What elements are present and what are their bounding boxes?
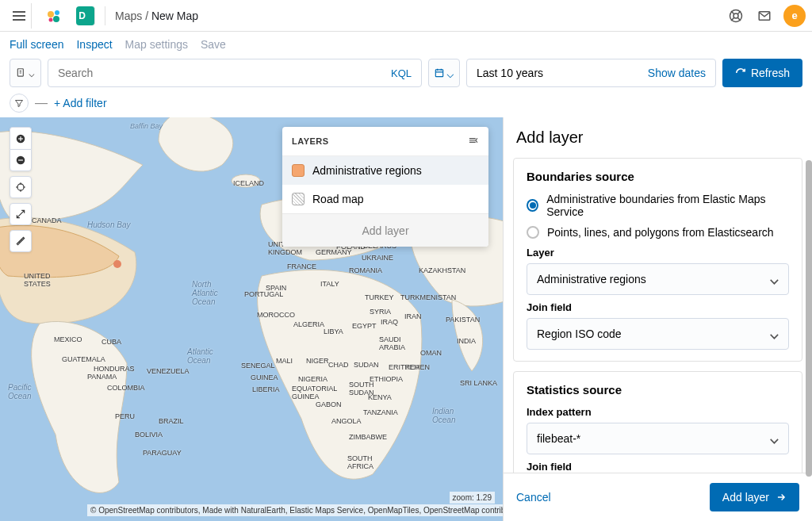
filter-options-button[interactable] bbox=[10, 94, 29, 113]
nav-menu-button[interactable] bbox=[6, 3, 32, 29]
fit-bounds-button[interactable] bbox=[10, 176, 32, 198]
layer-item-label: Administrative regions bbox=[312, 164, 422, 177]
map-label: KAZAKHSTAN bbox=[419, 266, 465, 274]
chevron-down-icon: ⌵ bbox=[770, 270, 779, 288]
layer-item-road-map[interactable]: Road map bbox=[282, 185, 488, 213]
radio-ems-boundaries[interactable]: Administrative boundaries from Elastic M… bbox=[527, 193, 789, 218]
map-label: Baffin Bay bbox=[130, 122, 163, 130]
mail-icon[interactable] bbox=[752, 3, 777, 29]
map-label: IndianOcean bbox=[432, 407, 455, 424]
map-label: CHAD bbox=[328, 361, 349, 369]
map-label: SUDAN bbox=[354, 361, 379, 369]
radio-es-boundaries[interactable]: Points, lines, and polygons from Elastic… bbox=[527, 226, 789, 239]
layer-swatch-icon bbox=[292, 164, 304, 177]
kql-toggle[interactable]: KQL bbox=[391, 67, 412, 79]
expand-icon bbox=[15, 209, 26, 220]
stats-join-field-label: Join field bbox=[527, 461, 789, 473]
layers-collapse-icon[interactable] bbox=[468, 135, 479, 147]
space-badge[interactable]: D bbox=[76, 6, 95, 25]
help-icon[interactable] bbox=[723, 3, 749, 29]
date-range-label: Last 10 years bbox=[477, 67, 543, 79]
map-label: TURKMENISTAN bbox=[400, 293, 456, 301]
map-label: ETHIOPIA bbox=[370, 375, 403, 383]
map-label: INDIA bbox=[457, 337, 476, 345]
app-sub-bar: Full screen Inspect Map settings Save bbox=[0, 32, 812, 57]
top-header: D Maps / New Map e bbox=[0, 0, 812, 32]
filter-icon bbox=[14, 98, 24, 108]
map-label: COLOMBIA bbox=[107, 384, 145, 392]
map-label: ZIMBABWE bbox=[349, 433, 387, 441]
layer-select[interactable]: Administrative regions ⌵ bbox=[527, 263, 789, 295]
map-label: CANADA bbox=[32, 216, 62, 224]
date-range-picker[interactable]: Last 10 years Show dates bbox=[466, 59, 716, 87]
zoom-in-button[interactable] bbox=[10, 127, 32, 149]
map-label: MALI bbox=[276, 357, 293, 365]
map-label: CUBA bbox=[102, 338, 121, 346]
map-label: TURKEY bbox=[365, 293, 394, 301]
map-label: NIGERIA bbox=[298, 375, 327, 383]
avatar[interactable]: e bbox=[783, 5, 806, 27]
layer-field-label: Layer bbox=[527, 247, 789, 259]
breadcrumb-current: New Map bbox=[151, 10, 198, 22]
refresh-button[interactable]: Refresh bbox=[722, 59, 802, 87]
map-label: GUATEMALA bbox=[62, 355, 105, 363]
svg-point-17 bbox=[17, 184, 24, 190]
svg-point-2 bbox=[53, 16, 59, 22]
zoom-out-button[interactable] bbox=[10, 149, 32, 171]
layer-swatch-icon bbox=[292, 193, 304, 205]
date-quick-select[interactable]: ⌵ bbox=[428, 59, 460, 87]
map-label: PANAMA bbox=[87, 373, 117, 381]
boundaries-join-select[interactable]: Region ISO code ⌵ bbox=[527, 318, 789, 350]
map-controls bbox=[10, 127, 32, 252]
svg-point-11 bbox=[113, 260, 121, 268]
map-label: NorthAtlanticOcean bbox=[192, 280, 218, 306]
layer-item-admin-regions[interactable]: Administrative regions bbox=[282, 156, 488, 185]
chevron-down-icon: ⌵ bbox=[770, 325, 779, 343]
map-label: PERU bbox=[115, 412, 135, 420]
map-label: Hudson Bay bbox=[87, 220, 130, 229]
map-label: GABON bbox=[316, 400, 342, 408]
add-layer-button[interactable]: Add layer bbox=[710, 483, 799, 511]
full-screen-link[interactable]: Full screen bbox=[10, 38, 63, 51]
map-label: EGYPT bbox=[352, 322, 377, 330]
boundaries-heading: Boundaries source bbox=[527, 170, 789, 183]
search-box[interactable]: KQL bbox=[48, 59, 422, 87]
layer-item-label: Road map bbox=[312, 193, 364, 205]
map-label: IRAN bbox=[404, 312, 422, 320]
add-filter-link[interactable]: + Add filter bbox=[54, 97, 107, 109]
map-label: SENEGAL bbox=[241, 362, 275, 370]
map-label: LIBYA bbox=[324, 328, 343, 335]
map-label: SYRIA bbox=[370, 308, 391, 316]
svg-rect-16 bbox=[18, 159, 23, 160]
inspect-link[interactable]: Inspect bbox=[76, 38, 112, 51]
statistics-source-card: Statistics source Index pattern filebeat… bbox=[513, 371, 802, 473]
map-label: MEXICO bbox=[54, 335, 82, 343]
elastic-logo[interactable] bbox=[44, 6, 63, 25]
svg-point-5 bbox=[733, 13, 738, 18]
map-label: HONDURAS bbox=[94, 365, 135, 373]
hamburger-icon bbox=[13, 11, 25, 21]
map-label: FRANCE bbox=[287, 262, 316, 270]
flyout-scrollbar[interactable] bbox=[806, 160, 812, 477]
chevron-down-icon: ⌵ bbox=[770, 430, 779, 447]
radio-unchecked-icon bbox=[527, 226, 539, 239]
arrow-right-icon bbox=[776, 492, 787, 503]
breadcrumb-root[interactable]: Maps bbox=[115, 10, 142, 22]
map-label: LIBERIA bbox=[252, 385, 280, 393]
expand-button[interactable] bbox=[10, 203, 32, 225]
saved-query-button[interactable]: ⌵ bbox=[10, 59, 41, 87]
tools-button[interactable] bbox=[10, 230, 32, 252]
map-label: VENEZUELA bbox=[147, 367, 190, 375]
index-pattern-select[interactable]: filebeat-* ⌵ bbox=[527, 423, 789, 454]
map-label: PAKISTAN bbox=[446, 316, 480, 324]
map-label: PacificOcean bbox=[8, 383, 31, 400]
search-input[interactable] bbox=[58, 67, 391, 79]
cancel-button[interactable]: Cancel bbox=[516, 491, 551, 504]
add-layer-disabled-button: Add layer bbox=[282, 213, 488, 247]
map-label: UKRAINE bbox=[362, 254, 393, 262]
show-dates-link[interactable]: Show dates bbox=[648, 67, 706, 79]
join-field-label: Join field bbox=[527, 301, 789, 313]
map-label: AtlanticOcean bbox=[187, 347, 213, 365]
map-label: BRAZIL bbox=[159, 417, 184, 425]
index-pattern-label: Index pattern bbox=[527, 406, 789, 418]
